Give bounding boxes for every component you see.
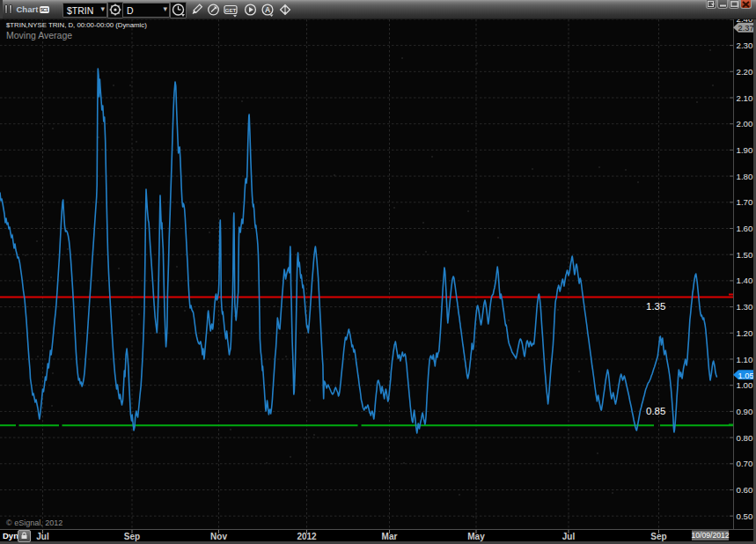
- svg-text:1.10: 1.10: [737, 355, 753, 364]
- svg-text:0.50: 0.50: [737, 511, 753, 521]
- svg-text:0.60: 0.60: [737, 485, 753, 495]
- svg-text:1.20: 1.20: [737, 328, 753, 338]
- svg-text:1.60: 1.60: [737, 224, 753, 233]
- svg-text:0.90: 0.90: [737, 407, 753, 416]
- svg-text:1.05: 1.05: [738, 371, 754, 380]
- svg-text:1.00: 1.00: [737, 380, 753, 390]
- svg-text:2.37: 2.37: [738, 24, 754, 33]
- svg-text:10/09/2012: 10/09/2012: [691, 531, 729, 540]
- svg-text:Jul: Jul: [36, 532, 49, 541]
- svg-text:1.50: 1.50: [737, 250, 753, 260]
- svg-text:1.70: 1.70: [737, 197, 753, 207]
- svg-text:Sep: Sep: [650, 532, 666, 541]
- svg-text:GET: GET: [225, 8, 237, 13]
- svg-text:2.20: 2.20: [737, 67, 753, 77]
- svg-text:Jul: Jul: [562, 532, 576, 541]
- svg-text:0.80: 0.80: [737, 433, 753, 443]
- svg-text:1.40: 1.40: [737, 276, 753, 285]
- svg-text:2.30: 2.30: [737, 40, 753, 50]
- svg-text:Sep: Sep: [124, 532, 140, 541]
- svg-text:A: A: [265, 5, 270, 14]
- svg-text:Nov: Nov: [210, 532, 227, 541]
- svg-text:2012: 2012: [297, 532, 317, 541]
- svg-text:0.70: 0.70: [737, 459, 753, 468]
- svg-text:2.10: 2.10: [737, 93, 753, 103]
- svg-text:1.90: 1.90: [737, 145, 753, 155]
- svg-text:Mar: Mar: [382, 532, 398, 541]
- svg-text:2.00: 2.00: [737, 119, 753, 129]
- svg-text:1.30: 1.30: [737, 302, 753, 312]
- svg-text:1.80: 1.80: [737, 172, 753, 181]
- svg-text:May: May: [467, 532, 485, 541]
